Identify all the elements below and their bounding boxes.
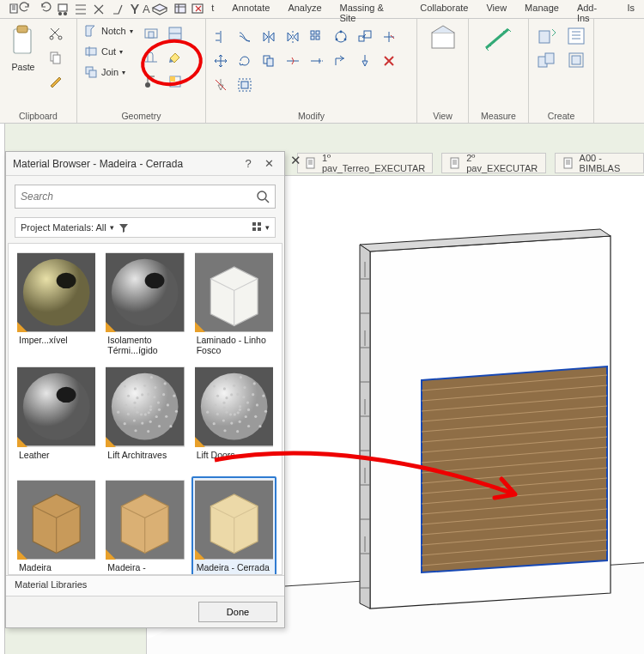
svg-point-99 <box>173 395 176 397</box>
delete-icon[interactable] <box>378 50 400 72</box>
ribbon-tab[interactable]: Is <box>618 0 644 18</box>
panel-title-create: Create <box>532 109 590 123</box>
search-input[interactable] <box>21 191 256 203</box>
svg-rect-12 <box>86 48 96 55</box>
svg-point-69 <box>134 402 137 404</box>
mirror-axis-icon[interactable] <box>258 26 280 48</box>
svg-rect-46 <box>252 222 256 226</box>
move-icon[interactable] <box>210 50 232 72</box>
array-polar-icon[interactable] <box>330 26 352 48</box>
filter-icon[interactable] <box>118 221 130 233</box>
unpin-icon[interactable] <box>210 74 232 96</box>
svg-point-87 <box>167 404 169 407</box>
svg-point-25 <box>336 32 346 42</box>
svg-point-28 <box>336 39 338 41</box>
svg-point-107 <box>233 414 235 416</box>
svg-rect-14 <box>89 70 96 77</box>
svg-point-112 <box>225 397 228 400</box>
svg-point-117 <box>247 409 250 411</box>
array-rect-icon[interactable] <box>306 26 328 48</box>
svg-point-55 <box>145 273 165 288</box>
extend-icon[interactable] <box>306 50 328 72</box>
panel-geometry: Notch▾ Cut▾ Join▾ <box>77 19 206 123</box>
align-icon[interactable] <box>210 26 232 48</box>
svg-rect-47 <box>258 222 261 226</box>
svg-point-132 <box>236 430 239 433</box>
offset-icon[interactable] <box>234 26 256 48</box>
paste-button[interactable]: Paste <box>3 21 43 89</box>
material-item[interactable]: Madeira <box>14 476 99 575</box>
ribbon-tab[interactable]: Annotate <box>223 0 279 18</box>
material-item[interactable]: Madeira - Cerrada <box>191 476 276 575</box>
notch-button[interactable]: Notch▾ <box>81 21 137 41</box>
material-item[interactable]: Leather <box>14 363 99 472</box>
document-tab[interactable]: A00 - BIMBLAS <box>555 153 644 173</box>
search-box[interactable] <box>15 185 276 209</box>
view-dropdown[interactable] <box>422 21 465 89</box>
svg-point-75 <box>158 409 161 411</box>
dialog-titlebar[interactable]: Material Browser - Madeira - Cerrada ? ✕ <box>6 152 284 176</box>
svg-point-51 <box>23 259 90 326</box>
material-thumb <box>106 252 184 332</box>
pin-icon[interactable] <box>354 50 376 72</box>
svg-rect-5 <box>192 4 203 13</box>
corner-trim-icon[interactable] <box>330 50 352 72</box>
split-icon[interactable] <box>282 50 304 72</box>
panel-modify: Modify <box>206 19 417 123</box>
help-icon[interactable]: ? <box>238 157 258 170</box>
svg-rect-24 <box>316 36 319 39</box>
mirror-draw-icon[interactable] <box>282 26 304 48</box>
svg-point-72 <box>148 393 150 396</box>
material-item[interactable]: Lift Doors <box>191 363 276 472</box>
material-label: Lift Doors <box>195 447 273 469</box>
document-tab[interactable]: 2º pav_EXECUTAR <box>441 153 545 173</box>
join-button[interactable]: Join▾ <box>81 62 137 82</box>
match-icon[interactable] <box>45 70 67 93</box>
group-icon[interactable] <box>234 74 256 96</box>
wall-opening-icon[interactable] <box>140 22 162 45</box>
cut-geom-button[interactable]: Cut▾ <box>81 41 137 62</box>
close-icon[interactable]: ✕ <box>258 157 279 170</box>
split-face-icon[interactable] <box>164 22 186 45</box>
copinglink-icon[interactable] <box>140 46 162 69</box>
highlight-icon[interactable] <box>164 70 186 93</box>
ribbon-tab[interactable]: Analyze <box>279 0 331 18</box>
ribbon-tab[interactable]: Massing & Site <box>331 0 412 18</box>
material-item[interactable]: Laminado - Linho Fosco <box>191 249 276 360</box>
paint-icon[interactable] <box>164 46 186 69</box>
svg-point-67 <box>137 411 139 414</box>
svg-text:A: A <box>143 3 150 15</box>
ribbon-tab[interactable]: Add-Ins <box>568 0 619 18</box>
project-materials-bar[interactable]: Project Materials: All ▾ ▾ <box>15 217 276 238</box>
measure-dropdown[interactable] <box>476 21 522 89</box>
create-assembly-icon[interactable] <box>562 46 590 74</box>
scale-icon[interactable] <box>354 26 376 48</box>
svg-rect-23 <box>311 36 314 39</box>
copy-icon[interactable] <box>45 46 67 69</box>
cut-icon[interactable] <box>45 22 67 45</box>
svg-point-66 <box>140 414 143 416</box>
material-item[interactable]: Isolamento Térmi...ígido <box>102 249 187 360</box>
material-item[interactable]: Lift Architraves <box>102 363 187 472</box>
trim-icon[interactable] <box>378 26 400 48</box>
ribbon-tab[interactable]: Collaborate <box>411 0 477 18</box>
copy-modify-icon[interactable] <box>258 50 280 72</box>
document-tab[interactable]: 1º pav_Terreo_EXECUTAR <box>297 153 433 173</box>
rotate-icon[interactable] <box>234 50 256 72</box>
panel-close-x[interactable]: ✕ <box>290 153 301 168</box>
view-mode-icon[interactable] <box>252 221 264 233</box>
qat-icons[interactable]: A <box>5 2 211 17</box>
ribbon-tab[interactable]: Manage <box>516 0 568 18</box>
svg-point-110 <box>222 407 225 409</box>
create-group-icon[interactable] <box>533 46 561 74</box>
done-button[interactable]: Done <box>198 602 277 622</box>
material-libraries-row[interactable]: Material Libraries <box>6 575 284 596</box>
svg-point-64 <box>148 412 150 415</box>
material-label: Leather <box>17 447 95 469</box>
material-item[interactable]: Madeira - Cerejeira <box>102 476 187 575</box>
material-item[interactable]: Imper...xível <box>14 249 99 360</box>
ribbon-tab[interactable]: View <box>477 0 516 18</box>
svg-point-79 <box>133 420 136 422</box>
svg-point-88 <box>165 415 167 418</box>
demolish-icon[interactable] <box>140 70 162 93</box>
